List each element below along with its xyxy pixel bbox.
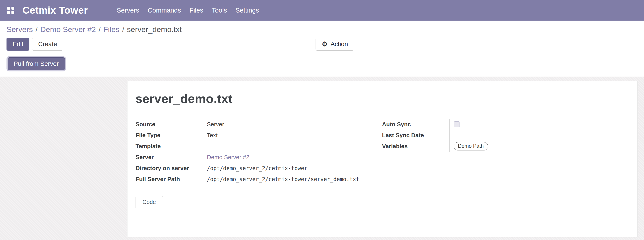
gear-icon: ⚙: [322, 41, 328, 47]
tab-code[interactable]: Code: [136, 196, 163, 208]
field-label-template: Template: [136, 143, 207, 150]
field-label-last-sync-date: Last Sync Date: [382, 130, 450, 141]
create-button[interactable]: Create: [32, 38, 63, 51]
apps-grid-icon: [7, 7, 14, 14]
action-button[interactable]: ⚙ Action: [316, 38, 354, 51]
pull-from-server-button[interactable]: Pull from Server: [8, 57, 65, 70]
server-link[interactable]: Demo Server #2: [207, 154, 249, 161]
field-value-server: Demo Server #2: [207, 154, 382, 161]
content-area: server_demo.txt Source Server File Type …: [0, 77, 644, 240]
field-label-directory: Directory on server: [136, 165, 207, 172]
breadcrumb: Servers/Demo Server #2/Files/server_demo…: [0, 21, 644, 36]
form-sheet: server_demo.txt Source Server File Type …: [127, 81, 638, 237]
field-group-right: Auto Sync Last Sync Date Variables Demo …: [382, 119, 629, 185]
field-value-auto-sync: [450, 119, 629, 130]
breadcrumb-current: server_demo.txt: [127, 25, 182, 34]
control-panel: Servers/Demo Server #2/Files/server_demo…: [0, 21, 644, 77]
field-value-variables: Demo Path: [450, 141, 629, 152]
field-group: Source Server File Type Text Template Se…: [136, 119, 628, 185]
top-navbar: Cetmix Tower Servers Commands Files Tool…: [0, 0, 644, 21]
variable-tag: Demo Path: [454, 142, 488, 150]
breadcrumb-link-files[interactable]: Files: [104, 25, 120, 34]
field-label-file-type: File Type: [136, 132, 207, 139]
breadcrumb-link-demo-server[interactable]: Demo Server #2: [40, 25, 96, 34]
record-title: server_demo.txt: [136, 92, 628, 106]
field-value-last-sync-date: [450, 130, 629, 141]
breadcrumb-separator: /: [36, 25, 38, 34]
field-label-auto-sync: Auto Sync: [382, 119, 450, 130]
notebook: Code: [136, 195, 628, 233]
menu-item-servers[interactable]: Servers: [112, 0, 144, 21]
breadcrumb-separator: /: [122, 25, 124, 34]
main-menu: Servers Commands Files Tools Settings: [112, 0, 263, 21]
brand-link[interactable]: Cetmix Tower: [22, 5, 88, 16]
field-value-file-type: Text: [207, 132, 382, 139]
button-row: Edit Create ⚙ Action: [0, 36, 644, 54]
tab-bar: Code: [136, 195, 628, 208]
field-label-full-path: Full Server Path: [136, 176, 207, 183]
object-buttons-row: Pull from Server: [0, 54, 644, 77]
auto-sync-checkbox[interactable]: [454, 121, 460, 127]
code-tab-content: [136, 208, 628, 233]
field-value-source: Server: [207, 121, 382, 128]
edit-button[interactable]: Edit: [6, 38, 30, 51]
menu-item-files[interactable]: Files: [185, 0, 207, 21]
apps-menu-button[interactable]: [4, 0, 18, 21]
field-label-server: Server: [136, 154, 207, 161]
field-group-left: Source Server File Type Text Template Se…: [136, 119, 382, 185]
field-label-source: Source: [136, 121, 207, 128]
menu-item-tools[interactable]: Tools: [208, 0, 231, 21]
action-button-label: Action: [330, 40, 348, 48]
field-value-directory: /opt/demo_server_2/cetmix-tower: [207, 165, 382, 171]
field-label-variables: Variables: [382, 141, 450, 152]
breadcrumb-link-servers[interactable]: Servers: [6, 25, 33, 34]
menu-item-commands[interactable]: Commands: [144, 0, 185, 21]
breadcrumb-separator: /: [98, 25, 100, 34]
field-value-full-path: /opt/demo_server_2/cetmix-tower/server_d…: [207, 176, 382, 182]
menu-item-settings[interactable]: Settings: [231, 0, 263, 21]
